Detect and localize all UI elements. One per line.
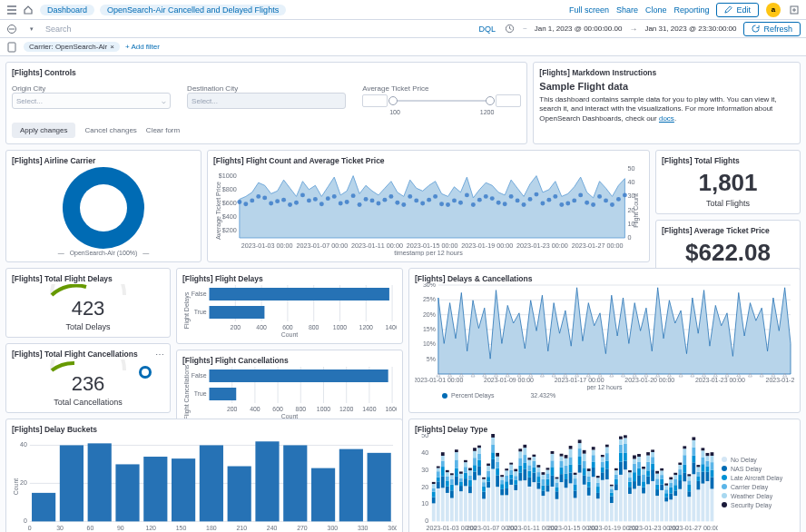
fullscreen-link[interactable]: Full screen	[569, 5, 609, 15]
svg-rect-101	[210, 288, 389, 300]
svg-rect-444	[624, 438, 627, 444]
svg-rect-335	[542, 479, 546, 486]
svg-point-36	[370, 199, 375, 203]
svg-rect-347	[551, 460, 555, 467]
svg-text:2023-01-07 00:00: 2023-01-07 00:00	[296, 242, 348, 250]
svg-rect-395	[587, 477, 591, 482]
svg-point-54	[484, 194, 488, 199]
svg-text:Count: Count	[13, 478, 19, 495]
svg-rect-236	[468, 493, 472, 521]
breadcrumb-root[interactable]: Dashboard	[40, 5, 94, 15]
svg-rect-441	[624, 461, 627, 470]
apply-changes-button[interactable]: Apply changes	[12, 123, 75, 138]
chevron-down-icon[interactable]: ▾	[25, 23, 38, 35]
home-icon[interactable]	[22, 4, 34, 16]
new-tab-icon[interactable]	[788, 4, 801, 16]
close-icon[interactable]: ×	[110, 43, 114, 51]
svg-rect-163	[283, 445, 307, 521]
svg-rect-446	[628, 494, 632, 521]
search-input[interactable]: Search	[45, 25, 472, 34]
svg-rect-254	[482, 498, 486, 521]
svg-text:600: 600	[282, 324, 293, 330]
dest-city-select[interactable]: Select...	[187, 93, 346, 109]
share-link[interactable]: Share	[616, 5, 638, 15]
svg-rect-427	[610, 485, 614, 487]
filter-pill[interactable]: Carrier: OpenSearch-Air×	[24, 42, 120, 52]
svg-rect-378	[574, 475, 577, 478]
svg-rect-190	[432, 492, 436, 498]
price-slider[interactable]	[362, 93, 521, 109]
svg-rect-402	[592, 450, 595, 456]
svg-point-24	[294, 201, 299, 205]
svg-rect-329	[536, 472, 540, 477]
svg-text:Flight Count: Flight Count	[633, 193, 640, 228]
clear-form-button[interactable]: Clear form	[146, 126, 180, 134]
cancel-changes-button[interactable]: Cancel changes	[84, 126, 136, 134]
filter-toggle-icon[interactable]	[5, 23, 18, 35]
svg-rect-498	[664, 486, 668, 489]
svg-rect-419	[605, 453, 609, 460]
svg-rect-3	[8, 43, 15, 52]
total-cancel-label: Total Cancellations	[54, 398, 123, 407]
svg-rect-273	[496, 475, 499, 487]
menu-icon[interactable]	[5, 4, 18, 16]
panel-delay-type: [Flights] Delay Type 010203040502023-01-…	[408, 419, 801, 532]
svg-rect-497	[664, 489, 668, 493]
svg-point-18	[256, 194, 260, 199]
svg-point-51	[465, 192, 469, 197]
svg-text:50: 50	[627, 165, 634, 172]
svg-text:2023-01-09 00:00: 2023-01-09 00:00	[484, 377, 534, 383]
svg-rect-545	[701, 458, 704, 465]
svg-point-74	[610, 202, 614, 207]
docs-link[interactable]: docs	[659, 114, 674, 123]
svg-rect-370	[569, 465, 573, 473]
svg-rect-165	[339, 449, 363, 522]
time-from[interactable]: Jan 1, 2023 @ 00:00:00.00	[535, 25, 623, 33]
svg-point-69	[578, 192, 583, 197]
avatar[interactable]: a	[766, 3, 781, 17]
reporting-link[interactable]: Reporting	[673, 5, 709, 15]
svg-text:Flight Cancellations: Flight Cancellations	[183, 365, 191, 419]
svg-rect-533	[692, 448, 695, 456]
saved-query-icon[interactable]	[5, 41, 18, 54]
svg-point-63	[540, 202, 545, 206]
svg-rect-207	[446, 487, 449, 493]
svg-point-38	[382, 198, 387, 202]
svg-rect-478	[651, 463, 654, 469]
panel-menu-icon[interactable]: ⋯	[153, 348, 166, 360]
origin-city-select[interactable]: Select...⌵	[12, 93, 171, 109]
add-filter-link[interactable]: + Add filter	[125, 43, 160, 51]
refresh-button[interactable]: Refresh	[743, 22, 801, 36]
svg-rect-509	[673, 478, 677, 485]
panel-controls: [Flights] Controls Origin City Select...…	[5, 62, 527, 144]
svg-rect-410	[601, 480, 604, 522]
svg-rect-323	[532, 461, 536, 468]
breadcrumb-page[interactable]: OpenSearch-Air Cancelled and Delayed Fli…	[100, 5, 286, 15]
svg-rect-164	[311, 468, 335, 522]
svg-rect-464	[642, 493, 645, 521]
svg-text:1200: 1200	[359, 324, 373, 330]
svg-point-50	[458, 201, 463, 205]
svg-rect-260	[487, 488, 490, 521]
panel-title: [Flights] Total Flights	[662, 156, 794, 165]
markdown-body: This dashboard contains sample data for …	[539, 95, 794, 123]
total-delays-value: 423	[72, 297, 105, 320]
svg-rect-418	[605, 461, 609, 469]
svg-rect-540	[696, 467, 700, 471]
svg-rect-209	[446, 477, 449, 481]
dql-toggle[interactable]: DQL	[479, 25, 496, 34]
svg-point-73	[604, 199, 608, 203]
svg-rect-392	[587, 496, 591, 522]
svg-point-75	[616, 197, 621, 202]
svg-rect-517	[678, 463, 682, 465]
clone-link[interactable]: Clone	[645, 5, 667, 15]
svg-text:90: 90	[117, 525, 124, 531]
svg-text:0: 0	[28, 525, 32, 531]
svg-point-25	[300, 192, 305, 197]
edit-button[interactable]: Edit	[716, 3, 759, 17]
svg-text:40: 40	[421, 449, 428, 456]
svg-rect-379	[574, 473, 577, 475]
svg-rect-358	[560, 468, 564, 475]
time-to[interactable]: Jan 31, 2023 @ 23:30:00:00	[644, 25, 736, 33]
svg-rect-322	[532, 468, 536, 473]
